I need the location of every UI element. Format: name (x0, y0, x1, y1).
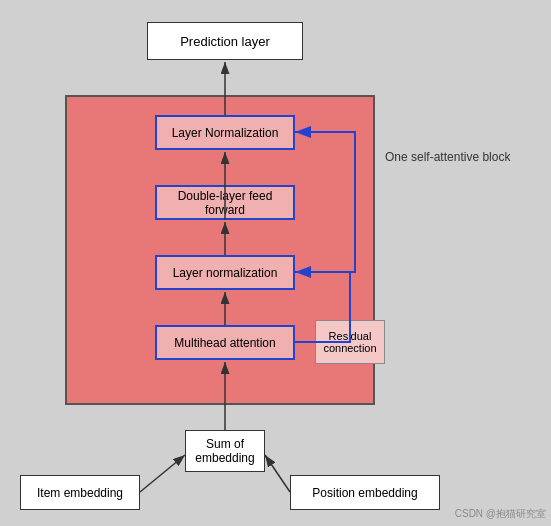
watermark: CSDN @抱猫研究室 (455, 507, 546, 521)
double-layer-feed-forward-label: Double-layer feed forward (157, 189, 293, 217)
item-embedding-label: Item embedding (37, 486, 123, 500)
position-embedding-label: Position embedding (312, 486, 417, 500)
multihead-attention-box: Multihead attention (155, 325, 295, 360)
multihead-attention-label: Multihead attention (174, 336, 275, 350)
arrow-item-to-sum (140, 455, 185, 492)
residual-connection-label: Residual connection (318, 330, 382, 354)
arrow-position-to-sum (265, 455, 290, 492)
sum-of-embedding-box: Sum ofembedding (185, 430, 265, 472)
layer-normalization-label: Layer Normalization (172, 126, 279, 140)
diagram-container: Prediction layer Layer Normalization Dou… (0, 0, 551, 526)
residual-connection-box: Residual connection (315, 320, 385, 364)
layer-normalization2-label: Layer normalization (173, 266, 278, 280)
layer-normalization2-box: Layer normalization (155, 255, 295, 290)
position-embedding-box: Position embedding (290, 475, 440, 510)
prediction-layer-box: Prediction layer (147, 22, 303, 60)
double-layer-feed-forward-box: Double-layer feed forward (155, 185, 295, 220)
prediction-layer-label: Prediction layer (180, 34, 270, 49)
item-embedding-box: Item embedding (20, 475, 140, 510)
layer-normalization-box: Layer Normalization (155, 115, 295, 150)
sum-of-embedding-label: Sum ofembedding (195, 437, 254, 465)
self-attentive-label: One self-attentive block (385, 150, 515, 164)
